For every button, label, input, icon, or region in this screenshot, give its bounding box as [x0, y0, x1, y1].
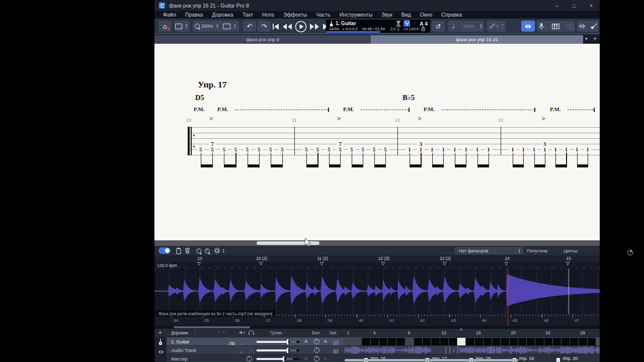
- tab-note[interactable]: 1: [440, 146, 447, 152]
- tab-note[interactable]: 5: [337, 146, 344, 152]
- wave-zoom-in-button[interactable]: +: [205, 247, 208, 255]
- audio-mini-waveform[interactable]: [345, 346, 600, 354]
- track-name[interactable]: Мастер: [171, 356, 188, 361]
- menu-Звук[interactable]: Звук: [377, 11, 397, 19]
- tab-note[interactable]: 1: [520, 146, 527, 152]
- menu-Окно[interactable]: Окно: [416, 11, 437, 19]
- tab-note[interactable]: 1: [562, 146, 570, 152]
- measure-cell[interactable]: [371, 338, 379, 345]
- tab-note[interactable]: 5: [303, 146, 310, 152]
- measure-cell[interactable]: [544, 338, 552, 345]
- measure-cell[interactable]: [570, 338, 578, 345]
- tab-note[interactable]: 1: [509, 146, 516, 152]
- tab-note[interactable]: 5: [359, 146, 366, 152]
- volume-handle[interactable]: [287, 348, 288, 353]
- tab-note[interactable]: 1: [462, 146, 469, 152]
- tab-note[interactable]: 5: [279, 146, 286, 152]
- playback-speed-control[interactable]: ♩ 100% ▲▼: [448, 21, 484, 32]
- track-name[interactable]: 1. Guitar: [171, 339, 189, 344]
- zoom-stepper[interactable]: ▲▼: [214, 24, 220, 29]
- balance-knob[interactable]: [314, 339, 319, 344]
- marker-ruler[interactable]: 1310 (2)11 (2)12 (2)13 (2)1415: [154, 255, 600, 262]
- measure-cell[interactable]: [449, 338, 457, 345]
- import-audio-button[interactable]: [176, 247, 182, 255]
- mixer-scrollbar-thumb[interactable]: [345, 359, 518, 361]
- menu-Дорожка[interactable]: Дорожка: [207, 11, 237, 19]
- tab-note[interactable]: 5: [267, 146, 274, 152]
- track-row-1--Guitar[interactable]: 1. GuitarAA: [154, 337, 600, 346]
- tab-note[interactable]: 1: [451, 146, 458, 152]
- measure-number-header[interactable]: 16: [474, 330, 482, 335]
- wave-marker-label[interactable]: 14: [497, 256, 517, 261]
- tab-note[interactable]: 1: [485, 146, 492, 152]
- tab-note[interactable]: 5: [244, 146, 251, 152]
- measure-cell[interactable]: [510, 338, 518, 345]
- wave-zoom-out-button[interactable]: −: [196, 247, 200, 255]
- tracks-menu-icon[interactable]: ⋮: [193, 330, 197, 334]
- wave-settings-stepper[interactable]: ▲▼: [220, 248, 226, 253]
- measure-cell[interactable]: [396, 338, 405, 345]
- wave-marker-triangle[interactable]: ▽: [443, 261, 446, 266]
- measure-cell[interactable]: [388, 338, 396, 345]
- minimize-button[interactable]: –: [548, 0, 566, 11]
- tab-note[interactable]: 5: [220, 146, 227, 152]
- tab-note[interactable]: 1: [584, 146, 591, 152]
- tempo-value[interactable]: 120.0: [409, 27, 419, 31]
- tab-note[interactable]: 5: [348, 146, 355, 152]
- page-view-stepper[interactable]: ▲▼: [184, 24, 190, 29]
- measure-cell[interactable]: [561, 338, 570, 345]
- semitones-knob[interactable]: [627, 250, 633, 255]
- track-row-Audio-Track[interactable]: Audio Track: [154, 345, 600, 354]
- metronome-icon[interactable]: [421, 26, 425, 31]
- edit-stepper[interactable]: +−: [500, 24, 506, 29]
- audio-enable-toggle[interactable]: [158, 247, 171, 254]
- measure-number-header[interactable]: 24: [544, 330, 552, 335]
- add-track-button[interactable]: +: [158, 329, 162, 335]
- mute-all-icon[interactable]: [239, 330, 246, 335]
- edit-tool-control[interactable]: 0 +−: [487, 21, 506, 32]
- measure-cell[interactable]: [518, 338, 526, 345]
- measure-number-header[interactable]: 12: [440, 330, 448, 335]
- tab-note[interactable]: 5: [232, 146, 239, 152]
- measure-cell[interactable]: [440, 338, 448, 345]
- measure-cell[interactable]: [475, 338, 483, 345]
- measure-cell[interactable]: [362, 338, 370, 345]
- measure-cell[interactable]: [527, 338, 535, 345]
- measure-cell[interactable]: [588, 338, 596, 345]
- menu-Часть[interactable]: Часть: [311, 11, 335, 19]
- measure-cell[interactable]: [353, 338, 361, 345]
- wave-marker-triangle[interactable]: ▽: [566, 261, 570, 266]
- measure-cell[interactable]: [379, 338, 387, 345]
- wave-marker-label[interactable]: 11 (2): [312, 256, 333, 261]
- countdown-icon[interactable]: [396, 21, 401, 27]
- wave-marker-triangle[interactable]: ▽: [197, 261, 201, 266]
- measure-cell[interactable]: [492, 338, 500, 345]
- balance-knob[interactable]: [314, 356, 319, 361]
- wave-marker-triangle[interactable]: ▽: [259, 261, 263, 266]
- tab-2[interactable]: фанк рок упр 16 21: [371, 35, 583, 45]
- measure-cell[interactable]: [466, 338, 474, 345]
- master-gain-knob[interactable]: [247, 356, 252, 361]
- wave-marker-label[interactable]: 15: [558, 256, 579, 261]
- redo-button[interactable]: ↷: [258, 21, 271, 32]
- volume-handle[interactable]: [283, 356, 284, 361]
- wave-settings-button[interactable]: ▲▼: [214, 247, 226, 255]
- sound-waves-icon[interactable]: [579, 23, 585, 29]
- menu-Вид[interactable]: Вид: [397, 11, 416, 19]
- wave-marker-label[interactable]: 13: [190, 256, 210, 261]
- rewind-button[interactable]: [282, 23, 292, 30]
- wave-marker-label[interactable]: 10 (2): [252, 256, 272, 261]
- tab-note-top[interactable]: 3: [541, 141, 548, 147]
- filters-dropdown[interactable]: Нет фильтров ▲▼: [455, 247, 523, 254]
- measure-cell[interactable]: [484, 338, 492, 345]
- speed-stepper[interactable]: ▲▼: [478, 24, 484, 29]
- measure-number-header[interactable]: 8: [405, 330, 413, 335]
- menu-Файл[interactable]: Файл: [158, 11, 181, 19]
- page-view-button[interactable]: ▲▼: [175, 21, 190, 32]
- swing-indicator[interactable]: ♫=♫: [389, 27, 400, 31]
- skip-start-button[interactable]: [272, 23, 280, 30]
- measure-cell[interactable]: [406, 338, 414, 345]
- measure-cell[interactable]: [457, 338, 465, 345]
- wave-marker-triangle[interactable]: ▽: [381, 261, 385, 266]
- home-button[interactable]: ⌂: [158, 21, 172, 32]
